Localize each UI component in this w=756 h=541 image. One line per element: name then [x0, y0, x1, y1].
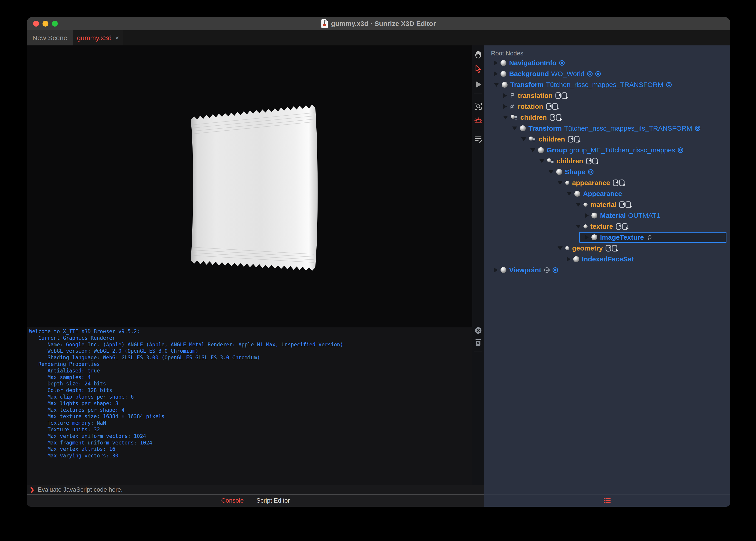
tree-row-appearance-node[interactable]: Appearance [567, 188, 622, 199]
route-connectors-icon[interactable] [613, 179, 626, 187]
route-connectors-icon[interactable] [568, 135, 581, 143]
node-sphere-icon [501, 71, 506, 77]
expander-icon[interactable] [503, 93, 507, 98]
expander-icon[interactable] [585, 213, 589, 218]
expander-icon[interactable] [558, 181, 563, 185]
tree-row-children[interactable]: children [503, 112, 563, 123]
field-name: translation [518, 92, 553, 100]
route-connectors-icon[interactable] [546, 103, 559, 110]
visibility-icon[interactable] [588, 169, 593, 175]
screenshot-icon[interactable] [474, 102, 483, 111]
node-sphere-icon [574, 191, 580, 197]
node-name: ImageTexture [600, 234, 644, 241]
zoom-window-button[interactable] [52, 21, 58, 27]
tab-new-scene[interactable]: New Scene [27, 30, 73, 45]
visibility-icon[interactable] [678, 147, 683, 153]
field-name: rotation [518, 103, 543, 110]
expander-icon[interactable] [503, 116, 508, 120]
route-connectors-icon[interactable] [586, 157, 599, 165]
node-name: Viewpoint [509, 266, 541, 274]
field-name: children [538, 135, 565, 143]
tree-row-material-node[interactable]: Material OUTMAT1 [585, 210, 660, 221]
route-connectors-icon[interactable] [550, 114, 563, 121]
delete-trash-icon[interactable] [475, 339, 482, 346]
expander-icon[interactable] [503, 104, 507, 109]
expander-icon[interactable] [494, 268, 498, 272]
route-connectors-icon[interactable] [619, 201, 632, 209]
tree-row-imagetexture-selected[interactable]: ImageTexture [579, 232, 726, 243]
field-name: material [590, 201, 616, 209]
tree-row-indexedfaceset[interactable]: IndexedFaceSet [567, 254, 634, 265]
edit-viewpoint-icon[interactable] [544, 267, 550, 273]
expander-icon[interactable] [567, 192, 572, 196]
bind-node-icon[interactable] [559, 60, 565, 66]
node-sphere-icon [501, 60, 506, 66]
tree-row-transform-ifs[interactable]: Transform Tütchen_rissc_mappes_ifs_TRANS… [512, 123, 700, 134]
tab-label: gummy.x3d [77, 34, 112, 42]
route-connectors-icon[interactable] [606, 245, 619, 252]
expander-icon[interactable] [558, 247, 563, 250]
tab-close-icon[interactable]: × [115, 34, 119, 42]
visibility-icon[interactable] [695, 126, 700, 131]
prompt-chevron-icon: ❯ [30, 486, 35, 493]
bind-node-icon[interactable] [595, 71, 601, 77]
expander-icon[interactable] [576, 203, 581, 207]
expander-icon[interactable] [576, 225, 581, 229]
visibility-icon[interactable] [587, 71, 593, 77]
tree-row-transform[interactable]: Transform Tütchen_rissc_mappes_TRANSFORM [494, 79, 672, 90]
tree-row-navigationinfo[interactable]: NavigationInfo [494, 57, 565, 68]
play-icon[interactable] [474, 80, 482, 89]
toolbar-divider [474, 351, 482, 352]
tab-script-editor[interactable]: Script Editor [256, 497, 290, 504]
expander-icon[interactable] [530, 148, 535, 152]
node-name: Appearance [583, 190, 622, 198]
outline-list-icon[interactable] [604, 498, 611, 504]
select-arrow-icon[interactable] [474, 64, 483, 73]
expander-icon[interactable] [585, 235, 589, 240]
close-window-button[interactable] [33, 21, 39, 27]
tree-row-group[interactable]: Group group_ME_Tütchen_rissc_mappes [530, 145, 683, 156]
expander-icon[interactable] [494, 71, 498, 76]
expander-icon[interactable] [494, 83, 499, 87]
bind-node-icon[interactable] [553, 267, 558, 273]
route-connectors-icon[interactable] [555, 92, 568, 100]
outline-panel: Root Nodes NavigationInfo Background WO_… [484, 45, 730, 507]
expander-icon[interactable] [521, 137, 526, 141]
traffic-lights [33, 21, 58, 27]
expander-icon[interactable] [548, 170, 553, 174]
route-connectors-icon[interactable] [616, 223, 629, 230]
tree-row-material-field[interactable]: material [576, 199, 632, 210]
console-output[interactable]: Welcome to X_ITE X3D Browser v9.5.2: Cur… [27, 327, 472, 485]
tree-row-background[interactable]: Background WO_World [494, 68, 601, 79]
tree-row-shape[interactable]: Shape [548, 167, 593, 177]
tree-row-appearance-field[interactable]: appearance [558, 177, 626, 188]
toolbar [472, 45, 484, 485]
pan-hand-icon[interactable] [474, 50, 483, 59]
visibility-icon[interactable] [666, 82, 672, 87]
tab-gummy-x3d[interactable]: gummy.x3d × [73, 30, 123, 45]
expander-icon[interactable] [539, 159, 544, 163]
field-sphere-icon [565, 246, 569, 250]
console-input[interactable]: Evaluate JavaScript code here. [38, 486, 123, 493]
node-name: NavigationInfo [509, 59, 556, 67]
tree-row-translation[interactable]: translation [503, 90, 568, 101]
expander-icon[interactable] [512, 127, 517, 130]
scene-notes-icon[interactable] [474, 135, 483, 143]
console-prompt[interactable]: ❯ Evaluate JavaScript code here. [27, 485, 484, 494]
tree-row-geometry-field[interactable]: geometry [558, 243, 619, 254]
tree-row-texture-field[interactable]: texture [576, 221, 629, 232]
minimize-window-button[interactable] [43, 21, 48, 27]
expander-icon[interactable] [494, 60, 498, 65]
sunrise-light-icon[interactable] [474, 116, 483, 125]
app-window: gummy.x3d · Sunrize X3D Editor New Scene… [27, 17, 730, 507]
node-sphere-icon [591, 235, 597, 240]
tree-row-rotation[interactable]: rotation [503, 101, 559, 112]
tab-console[interactable]: Console [221, 497, 244, 504]
tree-row-children[interactable]: children [521, 134, 581, 145]
tree-row-viewpoint[interactable]: Viewpoint [494, 265, 558, 275]
reload-texture-icon[interactable] [647, 235, 653, 240]
tree-row-children[interactable]: children [539, 156, 599, 167]
viewport-3d[interactable] [27, 45, 472, 327]
clear-console-icon[interactable] [474, 326, 482, 334]
expander-icon[interactable] [567, 257, 571, 262]
